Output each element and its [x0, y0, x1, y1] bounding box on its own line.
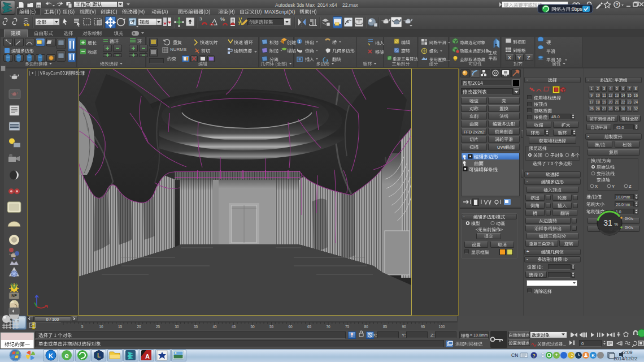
svg-text:2:09: 2:09: [623, 350, 633, 355]
svg-text:1: 1: [298, 40, 301, 44]
svg-text:?: ?: [615, 2, 618, 7]
svg-text:CN: CN: [511, 352, 518, 358]
svg-text:0K/s: 0K/s: [625, 216, 633, 221]
svg-text:A: A: [145, 353, 150, 360]
svg-text:0bps: 0bps: [572, 6, 582, 12]
svg-text:K: K: [49, 352, 53, 359]
svg-text:2014/12/22: 2014/12/22: [613, 356, 638, 361]
svg-text:NP: NP: [11, 294, 17, 298]
svg-text:0K/s: 0K/s: [625, 225, 633, 230]
svg-text:e: e: [64, 351, 68, 360]
svg-text:31: 31: [603, 218, 612, 227]
svg-text:K: K: [591, 353, 595, 358]
svg-text:L: L: [97, 352, 101, 359]
svg-text:%: %: [614, 222, 618, 227]
svg-text:?: ?: [532, 353, 535, 359]
